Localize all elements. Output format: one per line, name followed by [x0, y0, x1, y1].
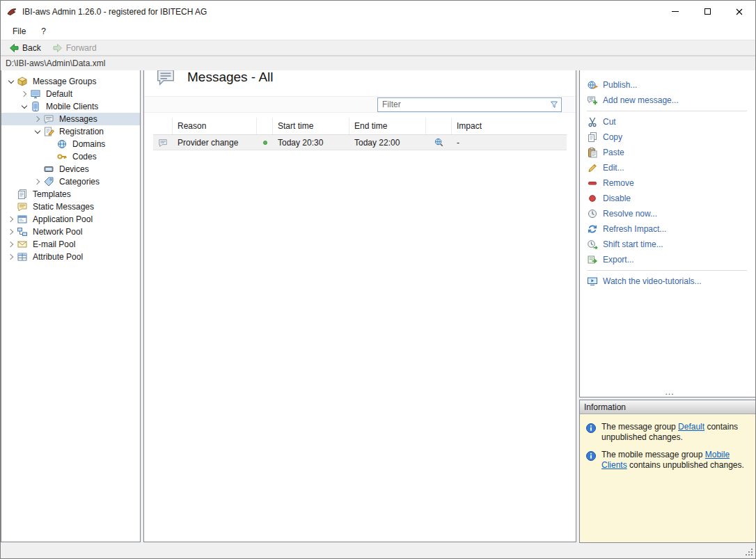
- navigation-tree: Message Groups Default Mobile Clients Me…: [1, 70, 140, 263]
- forward-button[interactable]: Forward: [47, 41, 102, 55]
- expander-icon[interactable]: [6, 76, 17, 87]
- tree-item-categories[interactable]: Categories: [1, 175, 140, 188]
- tree-item-mobile-clients[interactable]: Mobile Clients: [1, 100, 140, 113]
- email-pool-icon: [17, 239, 28, 250]
- tree-item-application-pool[interactable]: Application Pool: [1, 213, 140, 226]
- tree-item-label: Domains: [70, 139, 107, 149]
- menu-file[interactable]: File: [5, 22, 33, 40]
- message-groups-icon: [17, 76, 28, 87]
- table-header-row: Reason Start time End time Impact: [153, 118, 567, 135]
- tree-item-label: Default: [44, 89, 74, 99]
- tree-item-message-groups[interactable]: Message Groups: [1, 75, 140, 88]
- tree-item-messages[interactable]: Messages: [1, 113, 140, 125]
- information-panel: Information The message group Default co…: [579, 400, 756, 543]
- expander-icon[interactable]: [6, 239, 17, 250]
- actions-overflow-indicator[interactable]: ...: [587, 388, 753, 397]
- publish-icon: [587, 79, 598, 90]
- action-label: Copy: [603, 132, 622, 142]
- action-copy[interactable]: Copy: [587, 129, 753, 145]
- info-item: The message group Default contains unpub…: [585, 422, 750, 443]
- table-row[interactable]: Provider change Today 20:30 Today 22:00 …: [153, 135, 567, 150]
- tree-item-label: Attribute Pool: [31, 252, 85, 262]
- messages-table: Reason Start time End time Impact Provid…: [153, 118, 567, 150]
- action-refresh-impact[interactable]: Refresh Impact...: [587, 221, 753, 237]
- tree-item-email-pool[interactable]: E-mail Pool: [1, 238, 140, 251]
- filter-input[interactable]: [378, 100, 547, 109]
- action-label: Shift start time...: [603, 239, 663, 249]
- registration-icon: [43, 126, 54, 137]
- action-remove[interactable]: Remove: [587, 175, 753, 191]
- start-time-cell: Today 20:30: [273, 135, 349, 150]
- column-header-impact[interactable]: Impact: [452, 118, 567, 134]
- tree-item-templates[interactable]: Templates: [1, 188, 140, 200]
- menu-help[interactable]: ?: [33, 22, 54, 40]
- titlebar: IBI-aws Admin 1.26.0 - registered for IB…: [1, 1, 755, 22]
- expander-icon[interactable]: [6, 214, 17, 225]
- menubar: File ?: [1, 22, 755, 40]
- close-button[interactable]: [723, 1, 755, 22]
- active-status-icon: [261, 139, 269, 147]
- expander-icon[interactable]: [32, 176, 43, 187]
- row-type-cell: [153, 135, 173, 150]
- action-label: Resolve now...: [603, 209, 657, 219]
- tree-item-label: E-mail Pool: [31, 239, 77, 249]
- column-header-status[interactable]: [257, 118, 273, 134]
- messages-panel: Messages - All Reason Start time End tim…: [143, 56, 576, 542]
- application-pool-icon: [17, 214, 28, 225]
- categories-icon: [43, 176, 54, 187]
- tree-item-codes[interactable]: Codes: [1, 150, 140, 163]
- action-publish[interactable]: Publish...: [587, 77, 753, 93]
- action-export[interactable]: Export...: [587, 252, 753, 267]
- action-shift-start-time[interactable]: Shift start time...: [587, 237, 753, 252]
- action-label: Remove: [603, 178, 634, 188]
- expander-icon[interactable]: [32, 126, 43, 137]
- tree-item-network-pool[interactable]: Network Pool: [1, 226, 140, 238]
- expander-icon[interactable]: [19, 101, 30, 112]
- expander-icon[interactable]: [32, 113, 43, 125]
- column-header-impact-icon[interactable]: [426, 118, 452, 134]
- info-link-default[interactable]: Default: [678, 422, 704, 432]
- tree-item-registration[interactable]: Registration: [1, 125, 140, 138]
- maximize-button[interactable]: [691, 1, 723, 22]
- status-cell: [257, 135, 273, 150]
- reason-cell: Provider change: [173, 135, 257, 150]
- devices-icon: [43, 164, 54, 175]
- action-edit[interactable]: Edit...: [587, 160, 753, 175]
- action-paste[interactable]: Paste: [587, 145, 753, 160]
- information-header: Information: [580, 400, 755, 414]
- action-label: Publish...: [603, 80, 637, 90]
- tree-item-default[interactable]: Default: [1, 88, 140, 100]
- info-text-prefix: The message group: [601, 422, 678, 432]
- column-header-reason[interactable]: Reason: [173, 118, 257, 134]
- tree-item-domains[interactable]: Domains: [1, 138, 140, 150]
- resize-grip-icon[interactable]: [751, 554, 753, 556]
- action-disable[interactable]: Disable: [587, 191, 753, 206]
- cut-icon: [587, 116, 598, 127]
- filter-funnel-button[interactable]: [547, 100, 561, 109]
- column-header-start-time[interactable]: Start time: [273, 118, 349, 134]
- action-watch-video-tutorials[interactable]: Watch the video-tutorials...: [587, 274, 753, 289]
- tree-item-attribute-pool[interactable]: Attribute Pool: [1, 251, 140, 263]
- column-header-end-time[interactable]: End time: [349, 118, 426, 134]
- column-header-label: Impact: [457, 121, 482, 131]
- expander-slot: [6, 189, 17, 200]
- remove-icon: [587, 178, 598, 189]
- navigation-panel: Navigation Message Groups Default Mobile…: [1, 56, 141, 542]
- action-cut[interactable]: Cut: [587, 114, 753, 129]
- expander-icon[interactable]: [19, 88, 30, 100]
- actions-separator: [587, 270, 747, 271]
- column-header-icon[interactable]: [153, 118, 173, 134]
- expander-icon[interactable]: [6, 251, 17, 262]
- action-resolve-now[interactable]: Resolve now...: [587, 206, 753, 221]
- tree-item-devices[interactable]: Devices: [1, 163, 140, 175]
- action-add-new-message[interactable]: Add new message...: [587, 93, 753, 108]
- expander-icon[interactable]: [6, 226, 17, 237]
- back-button[interactable]: Back: [3, 41, 46, 55]
- tree-item-label: Registration: [57, 127, 106, 136]
- tree-item-label: Message Groups: [31, 77, 98, 86]
- impact-cell: -: [452, 135, 567, 150]
- minimize-button[interactable]: [659, 1, 691, 22]
- action-label: Add new message...: [603, 95, 679, 105]
- tree-item-static-messages[interactable]: Static Messages: [1, 200, 140, 213]
- back-label: Back: [22, 43, 41, 53]
